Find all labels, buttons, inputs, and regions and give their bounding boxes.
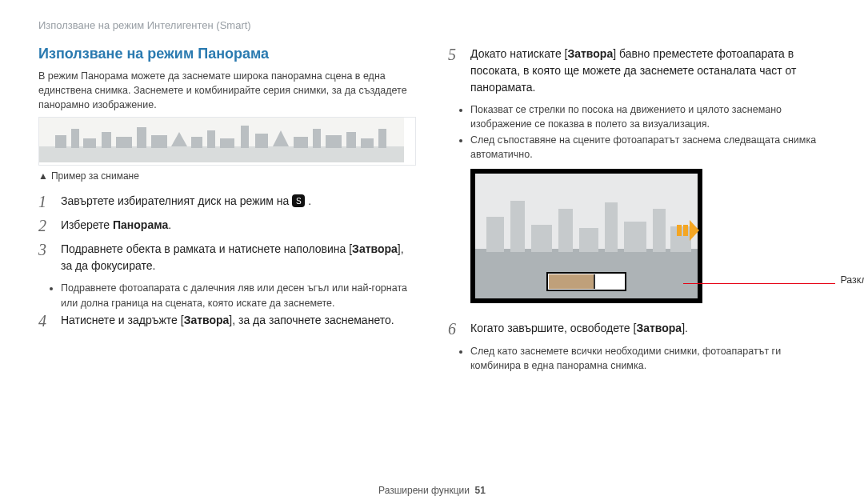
triangle-up-icon: ▲ — [38, 170, 48, 182]
step-3: 3 Подравнете обекта в рамката и натиснет… — [38, 241, 416, 274]
svg-rect-13 — [241, 126, 249, 148]
svg-rect-32 — [653, 209, 666, 252]
svg-rect-2 — [55, 135, 66, 148]
svg-rect-20 — [361, 138, 374, 148]
svg-rect-27 — [531, 225, 552, 252]
step-1: 1 Завъртете избирателният диск на режим … — [38, 193, 416, 210]
svg-rect-34 — [677, 225, 682, 236]
header-breadcrumb: Използване на режим Интелигентен (Smart) — [38, 19, 826, 31]
callout-line — [683, 283, 835, 284]
step-bold-text: Затвора — [636, 322, 682, 334]
sub-bullet: След като заснемете всички необходими сн… — [470, 344, 826, 373]
page-footer: Разширени функции 51 — [0, 485, 864, 496]
svg-rect-3 — [71, 129, 79, 148]
step-bold-text: Затвора — [184, 314, 230, 326]
panorama-example-illustration — [38, 117, 416, 166]
step-5: 5 Докато натискате [Затвора] бавно преме… — [448, 46, 826, 96]
illustration-caption: ▲ Пример за снимане — [38, 170, 416, 182]
svg-rect-30 — [605, 202, 618, 252]
svg-rect-6 — [116, 137, 132, 148]
step-5-sub-bullets: Показват се стрелки по посока на движени… — [470, 102, 826, 162]
sub-bullet: Показват се стрелки по посока на движени… — [470, 102, 826, 131]
step-bold-text: Панорама — [113, 218, 168, 231]
step-body: Изберете Панорама. — [61, 217, 416, 234]
svg-rect-11 — [207, 130, 215, 148]
step-text-end: . — [305, 194, 311, 207]
svg-rect-19 — [346, 132, 356, 148]
svg-rect-16 — [294, 137, 308, 148]
svg-rect-1 — [39, 146, 404, 162]
step-number: 1 — [38, 193, 53, 210]
step-body: Натиснете и задръжте [Затвора], за да за… — [61, 312, 416, 330]
step-number: 5 — [448, 46, 462, 96]
sub-bullet: След съпоставяне на сцените фотоапаратът… — [470, 133, 826, 162]
content-columns: Използване на режим Панорама В режим Пан… — [38, 46, 826, 374]
svg-rect-12 — [220, 138, 234, 148]
camera-screen-illustration: Разклащане — [470, 169, 826, 306]
svg-rect-35 — [683, 225, 688, 236]
step-bold-text: Затвора — [352, 242, 398, 255]
step-3-sub-bullets: Подравнете фотоапарата с далечния ляв ил… — [61, 281, 416, 310]
step-body: Подравнете обекта в рамката и натиснете … — [61, 241, 416, 274]
step-text: Натиснете и задръжте [ — [61, 314, 184, 326]
mode-dial-smart-icon: S — [292, 194, 305, 207]
page-number: 51 — [475, 485, 486, 496]
step-number: 6 — [448, 320, 462, 338]
step-text-end: . — [168, 218, 171, 231]
left-column: Използване на режим Панорама В режим Пан… — [38, 46, 416, 374]
svg-rect-8 — [151, 135, 167, 148]
step-2: 2 Изберете Панорама. — [38, 217, 416, 234]
svg-rect-28 — [558, 209, 573, 252]
svg-rect-29 — [579, 228, 598, 252]
step-4: 4 Натиснете и задръжте [Затвора], за да … — [38, 312, 416, 330]
svg-rect-14 — [255, 134, 268, 148]
caption-text: Пример за снимане — [51, 170, 139, 182]
right-column: 5 Докато натискате [Затвора] бавно преме… — [448, 46, 826, 374]
step-6-sub-bullets: След като заснемете всички необходими сн… — [470, 344, 826, 373]
step-text: Когато завършите, освободете [ — [470, 322, 636, 334]
step-bold-text: Затвора — [567, 47, 613, 60]
svg-rect-18 — [326, 135, 342, 148]
section-title: Използване на режим Панорама — [38, 46, 416, 62]
step-6: 6 Когато завършите, освободете [Затвора]… — [448, 320, 826, 338]
callout-label: Разклащане — [840, 274, 864, 286]
step-number: 4 — [38, 312, 53, 330]
svg-rect-5 — [102, 132, 111, 148]
step-body: Завъртете избирателният диск на режим на… — [61, 193, 416, 210]
svg-rect-4 — [83, 138, 96, 148]
svg-rect-10 — [191, 137, 202, 148]
svg-rect-31 — [624, 222, 646, 252]
step-text: Изберете — [61, 218, 113, 231]
svg-rect-38 — [549, 274, 594, 289]
intro-paragraph: В режим Панорама можете да заснемате шир… — [38, 69, 416, 112]
svg-rect-17 — [313, 129, 321, 148]
step-text: Завъртете избирателният диск на режим на — [61, 194, 292, 207]
svg-rect-7 — [137, 127, 146, 148]
footer-section-name: Разширени функции — [378, 485, 470, 496]
step-text: Докато натискате [ — [470, 47, 567, 60]
svg-rect-26 — [510, 201, 525, 252]
step-text-end: ]. — [682, 322, 688, 334]
svg-rect-39 — [594, 274, 595, 289]
sub-bullet: Подравнете фотоапарата с далечния ляв ил… — [61, 281, 416, 310]
step-number: 2 — [38, 217, 53, 234]
step-text: Подравнете обекта в рамката и натиснете … — [61, 242, 352, 255]
step-body: Докато натискате [Затвора] бавно премест… — [470, 46, 826, 96]
svg-rect-21 — [378, 129, 386, 148]
svg-rect-25 — [486, 217, 504, 252]
step-text-end: ], за да започнете заснемането. — [229, 314, 394, 326]
step-number: 3 — [38, 241, 53, 274]
step-body: Когато завършите, освободете [Затвора]. — [470, 320, 826, 338]
